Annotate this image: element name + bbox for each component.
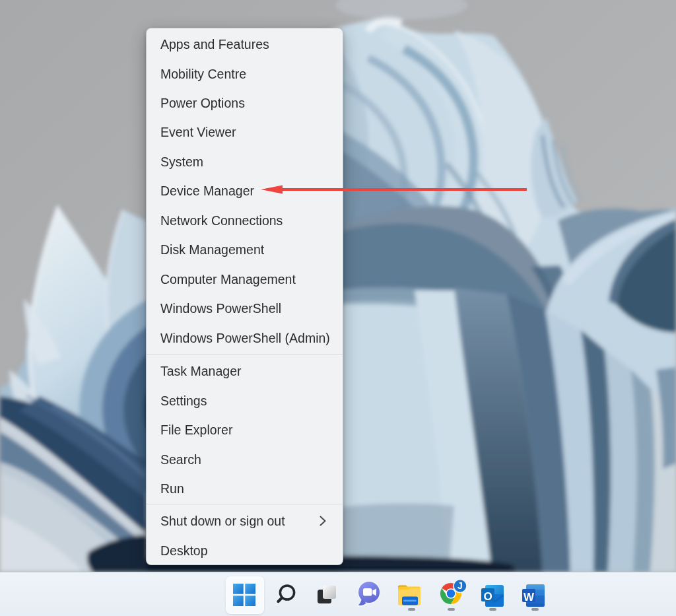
svg-text:J: J (457, 580, 463, 591)
svg-text:O: O (483, 590, 492, 603)
svg-text:W: W (524, 591, 535, 603)
